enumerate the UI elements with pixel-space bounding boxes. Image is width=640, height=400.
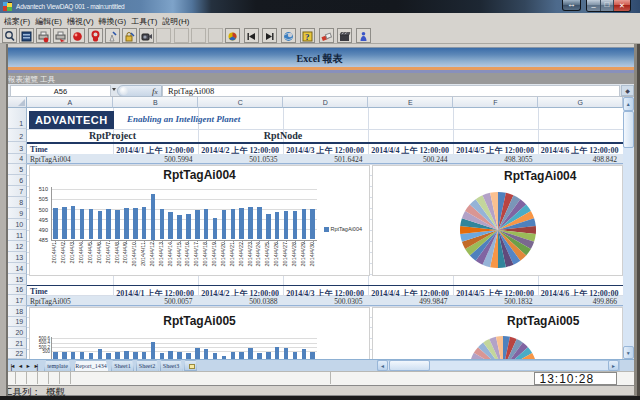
svg-text:?: ? bbox=[305, 32, 310, 42]
